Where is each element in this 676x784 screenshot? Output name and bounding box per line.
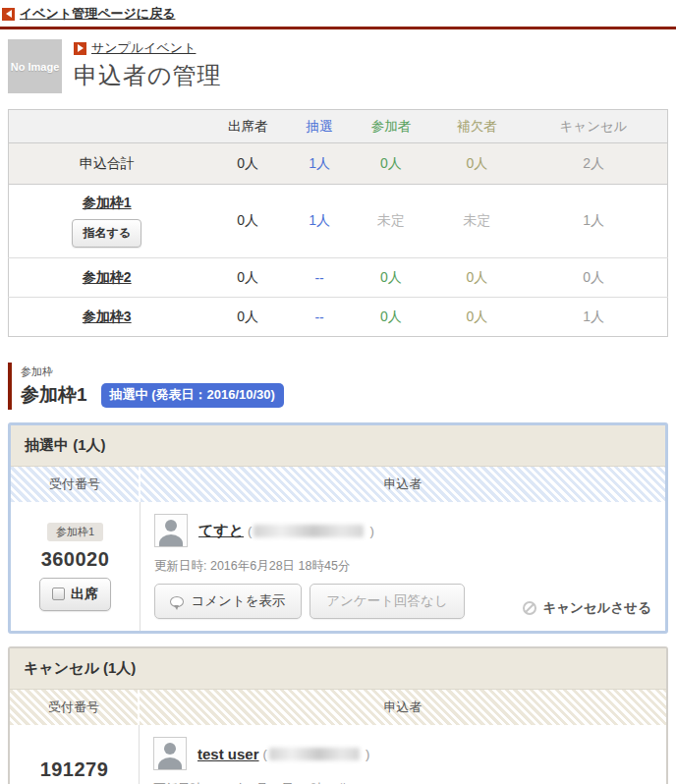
table-row-slot1: 参加枠1 指名する 0人 1人 未定 未定 1人 [9, 185, 668, 258]
slot1-attendees: 0人 [205, 185, 291, 258]
table-row-slot3: 参加枠3 0人 -- 0人 0人 1人 [9, 298, 668, 337]
user-avatar-icon [153, 737, 187, 770]
cancel-entry-row: 191279 出席 test user ( ) 更新日時: 2015年9月10日… [10, 725, 666, 784]
col-header-cancel: キャンセル [520, 110, 667, 143]
slot3-attendees: 0人 [205, 298, 291, 337]
receipt-number-column-header: 受付番号 [10, 690, 140, 725]
applicant-column-header: 申込者 [141, 467, 665, 502]
slot2-waitlist: 0人 [434, 258, 520, 298]
slot1-link[interactable]: 参加枠1 [83, 195, 132, 210]
slot3-waitlist: 0人 [434, 298, 520, 337]
slot-section-header: 参加枠 参加枠1 抽選中 (発表日：2016/10/30) [8, 363, 668, 410]
total-waitlist: 0人 [434, 143, 520, 185]
receipt-number: 360020 [41, 548, 110, 571]
lottery-entry-receipt-cell: 参加枠1 360020 出席 [11, 502, 141, 631]
col-header-waitlist: 補欠者 [434, 110, 520, 143]
event-thumbnail-placeholder: No Image [8, 39, 62, 93]
slot3-lottery: -- [291, 298, 348, 337]
slot1-participants: 未定 [348, 185, 433, 258]
slot2-participants: 0人 [348, 258, 433, 298]
lottery-status-badge: 抽選中 (発表日：2016/10/30) [101, 383, 284, 408]
slot2-lottery: -- [291, 258, 348, 298]
cancel-panel: キャンセル (1人) 受付番号 申込者 191279 出席 test user … [8, 646, 668, 784]
event-name-link[interactable]: サンプルイベント [91, 39, 196, 57]
cancel-entry-receipt-cell: 191279 出席 [10, 725, 140, 784]
slot2-link[interactable]: 参加枠2 [83, 269, 132, 285]
survey-no-answer-button[interactable]: アンケート回答なし [310, 584, 465, 619]
paren-open: ( [263, 747, 267, 761]
cancel-entry-applicant-cell: test user ( ) 更新日時: 2015年9月10日 12時31分 コメ… [140, 725, 666, 784]
page-title: 申込者の管理 [74, 60, 222, 91]
slot3-link[interactable]: 参加枠3 [83, 308, 132, 324]
slot1-waitlist: 未定 [434, 185, 520, 258]
total-attendees: 0人 [205, 143, 291, 185]
show-comment-label: コメントを表示 [191, 592, 285, 610]
user-avatar-icon [154, 514, 188, 547]
slot3-participants: 0人 [348, 298, 433, 337]
table-row-total: 申込合計 0人 1人 0人 0人 2人 [9, 143, 668, 185]
total-cancel: 2人 [520, 143, 667, 185]
updated-timestamp: 更新日時: 2016年6月28日 18時45分 [154, 558, 651, 575]
applicant-name-link[interactable]: test user [197, 746, 259, 762]
slot1-lottery: 1人 [291, 185, 348, 258]
section-eyebrow: 参加枠 [21, 364, 668, 379]
paren-close: ) [369, 524, 373, 538]
empty-header-cell [9, 110, 205, 143]
slot3-cancel: 1人 [520, 298, 667, 337]
attendance-toggle-button[interactable]: 出席 [39, 578, 111, 611]
lottery-panel: 抽選中 (1人) 受付番号 申込者 参加枠1 360020 出席 てすと ( [8, 422, 668, 634]
survey-no-answer-label: アンケート回答なし [326, 592, 447, 610]
lottery-panel-title: 抽選中 (1人) [11, 425, 665, 467]
total-lottery: 1人 [291, 143, 348, 185]
attendance-checkbox[interactable] [52, 588, 65, 600]
col-header-attendees: 出席者 [205, 110, 291, 143]
total-participants: 0人 [348, 143, 433, 185]
slot1-cancel: 1人 [520, 185, 667, 258]
applicant-column-header: 申込者 [140, 690, 666, 725]
applicant-management-page: イベント管理ページに戻る No Image サンプルイベント 申込者の管理 出席… [0, 0, 676, 784]
summary-table-wrap: 出席者 抽選 参加者 補欠者 キャンセル 申込合計 0人 1人 0人 0人 2人 [0, 99, 676, 337]
redacted-username [269, 748, 360, 760]
applicant-name-link[interactable]: てすと [198, 522, 244, 540]
lottery-entry-row: 参加枠1 360020 出席 てすと ( ) 更新日時: 2016年6月28日 … [11, 502, 665, 631]
col-header-participants: 参加者 [348, 110, 433, 143]
nominate-button[interactable]: 指名する [72, 219, 141, 248]
section-title: 参加枠1 [21, 382, 87, 408]
applicant-summary-table: 出席者 抽選 参加者 補欠者 キャンセル 申込合計 0人 1人 0人 0人 2人 [8, 109, 668, 337]
prohibit-icon [523, 601, 536, 615]
summary-header-row: 出席者 抽選 参加者 補欠者 キャンセル [9, 110, 668, 143]
force-cancel-label: キャンセルさせる [542, 599, 651, 617]
back-arrow-icon [2, 8, 15, 21]
table-row-slot2: 参加枠2 0人 -- 0人 0人 0人 [9, 258, 668, 298]
receipt-number: 191279 [40, 758, 109, 781]
total-row-label: 申込合計 [9, 143, 205, 185]
back-to-event-management-link[interactable]: イベント管理ページに戻る [20, 5, 175, 23]
event-link-row: サンプルイベント [74, 39, 222, 57]
receipt-number-column-header: 受付番号 [11, 467, 141, 502]
paren-close: ) [366, 747, 369, 761]
event-header: No Image サンプルイベント 申込者の管理 [0, 29, 676, 99]
back-row: イベント管理ページに戻る [0, 3, 676, 27]
cancel-panel-columns: 受付番号 申込者 [10, 690, 666, 725]
col-header-lottery: 抽選 [291, 110, 348, 143]
forward-arrow-icon [74, 42, 86, 55]
slot-chip: 参加枠1 [47, 523, 103, 541]
paren-open: ( [248, 524, 252, 538]
slot2-cancel: 0人 [520, 258, 667, 298]
lottery-entry-applicant-cell: てすと ( ) 更新日時: 2016年6月28日 18時45分 コメントを表示 … [141, 502, 665, 631]
title-column: サンプルイベント 申込者の管理 [74, 39, 222, 93]
attendance-label: 出席 [71, 586, 98, 603]
cancel-panel-title: キャンセル (1人) [10, 648, 666, 690]
comment-bubble-icon [170, 596, 184, 607]
show-comment-button[interactable]: コメントを表示 [154, 584, 302, 619]
redacted-username [254, 525, 364, 537]
slot2-attendees: 0人 [205, 258, 291, 298]
lottery-panel-columns: 受付番号 申込者 [11, 467, 665, 502]
force-cancel-link[interactable]: キャンセルさせる [523, 599, 651, 617]
